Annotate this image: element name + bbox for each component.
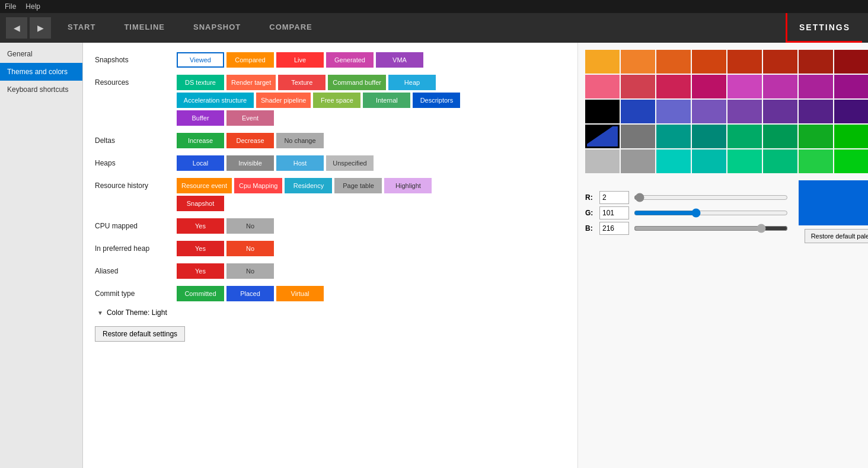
palette-cell-5[interactable]	[763, 50, 797, 74]
palette-cell-32[interactable]	[585, 149, 620, 173]
btn-placed[interactable]: Placed	[226, 286, 274, 301]
btn-descriptors[interactable]: Descriptors	[413, 93, 460, 108]
btn-local[interactable]: Local	[177, 155, 224, 171]
btn-viewed[interactable]: Viewed	[177, 52, 224, 68]
palette-cell-3[interactable]	[692, 50, 726, 74]
r-input[interactable]	[599, 191, 629, 204]
tab-snapshot[interactable]: SNAPSHOT	[179, 13, 255, 43]
btn-compared[interactable]: Compared	[226, 52, 274, 68]
btn-free-space[interactable]: Free space	[313, 93, 360, 108]
btn-snapshot[interactable]: Snapshot	[177, 196, 224, 211]
b-input[interactable]	[599, 222, 629, 235]
menu-help[interactable]: Help	[25, 2, 40, 11]
btn-no-change[interactable]: No change	[276, 133, 324, 148]
palette-cell-18[interactable]	[656, 100, 691, 123]
palette-cell-6[interactable]	[799, 50, 833, 74]
palette-cell-12[interactable]	[727, 75, 762, 98]
btn-host[interactable]: Host	[276, 155, 324, 171]
restore-palette-button[interactable]: Restore default palette	[805, 229, 868, 243]
btn-buffer[interactable]: Buffer	[177, 110, 224, 126]
r-slider[interactable]	[634, 193, 788, 202]
palette-cell-8[interactable]	[585, 75, 620, 98]
btn-generated[interactable]: Generated	[326, 52, 374, 68]
b-slider[interactable]	[634, 224, 788, 233]
btn-committed[interactable]: Committed	[177, 286, 224, 301]
palette-cell-37[interactable]	[763, 149, 797, 173]
btn-vma[interactable]: VMA	[376, 52, 423, 68]
btn-cpu-no[interactable]: No	[226, 218, 274, 234]
palette-cell-1[interactable]	[621, 50, 655, 74]
palette-cell-2[interactable]	[656, 50, 691, 74]
palette-cell-19[interactable]	[692, 100, 726, 123]
palette-cell-28[interactable]	[727, 125, 762, 148]
btn-shader-pipeline[interactable]: Shader pipeline	[256, 93, 311, 108]
btn-invisible[interactable]: Invisible	[226, 155, 274, 171]
btn-aliased-no[interactable]: No	[226, 263, 274, 279]
tab-compare[interactable]: COMPARE	[255, 13, 326, 43]
palette-cell-24[interactable]	[585, 125, 620, 148]
btn-heap-yes[interactable]: Yes	[177, 241, 224, 256]
tab-timeline[interactable]: TIMELINE	[110, 13, 179, 43]
btn-residency[interactable]: Residency	[285, 178, 332, 193]
forward-button[interactable]: ▶	[30, 17, 51, 39]
palette-cell-16[interactable]	[585, 100, 620, 123]
palette-cell-10[interactable]	[656, 75, 691, 98]
palette-cell-33[interactable]	[621, 149, 655, 173]
btn-render-target[interactable]: Render target	[226, 75, 276, 90]
sidebar-item-general[interactable]: General	[0, 45, 82, 63]
btn-heap[interactable]: Heap	[388, 75, 436, 90]
palette-cell-7[interactable]	[834, 50, 868, 74]
palette-cell-17[interactable]	[621, 100, 655, 123]
palette-cell-38[interactable]	[799, 149, 833, 173]
sidebar-item-keyboard[interactable]: Keyboard shortcuts	[0, 81, 82, 98]
palette-cell-11[interactable]	[692, 75, 726, 98]
btn-resource-event[interactable]: Resource event	[177, 178, 232, 193]
palette-cell-39[interactable]	[834, 149, 868, 173]
btn-cpu-mapping[interactable]: Cpu Mapping	[234, 178, 282, 193]
sidebar-item-themes[interactable]: Themes and colors	[0, 63, 82, 81]
palette-cell-9[interactable]	[621, 75, 655, 98]
palette-cell-20[interactable]	[727, 100, 762, 123]
palette-cell-30[interactable]	[799, 125, 833, 148]
g-input[interactable]	[599, 206, 629, 219]
btn-cpu-yes[interactable]: Yes	[177, 218, 224, 234]
btn-heap-no[interactable]: No	[226, 241, 274, 256]
palette-cell-4[interactable]	[727, 50, 762, 74]
btn-command-buffer[interactable]: Command buffer	[328, 75, 386, 90]
palette-cell-31[interactable]	[834, 125, 868, 148]
color-theme-label[interactable]: Color Theme: Light	[107, 308, 167, 317]
btn-page-table[interactable]: Page table	[334, 178, 382, 193]
btn-texture[interactable]: Texture	[278, 75, 326, 90]
palette-cell-15[interactable]	[834, 75, 868, 98]
btn-ds-texture[interactable]: DS texture	[177, 75, 224, 90]
btn-decrease[interactable]: Decrease	[226, 133, 274, 148]
palette-cell-14[interactable]	[799, 75, 833, 98]
palette-cell-36[interactable]	[727, 149, 762, 173]
palette-cell-35[interactable]	[692, 149, 726, 173]
palette-cell-22[interactable]	[799, 100, 833, 123]
tab-start[interactable]: START	[53, 13, 110, 43]
btn-increase[interactable]: Increase	[177, 133, 224, 148]
palette-cell-21[interactable]	[763, 100, 797, 123]
palette-cell-27[interactable]	[692, 125, 726, 148]
palette-cell-25[interactable]	[621, 125, 655, 148]
btn-live[interactable]: Live	[276, 52, 324, 68]
palette-cell-34[interactable]	[656, 149, 691, 173]
menu-file[interactable]: File	[5, 2, 16, 11]
palette-cell-13[interactable]	[763, 75, 797, 98]
btn-unspecified[interactable]: Unspecified	[326, 155, 374, 171]
btn-internal[interactable]: Internal	[363, 93, 410, 108]
palette-cell-26[interactable]	[656, 125, 691, 148]
btn-accel-struct[interactable]: Acceleration structure	[177, 93, 254, 108]
btn-highlight[interactable]: Highlight	[384, 178, 432, 193]
btn-aliased-yes[interactable]: Yes	[177, 263, 224, 279]
g-slider[interactable]	[634, 208, 788, 218]
btn-event[interactable]: Event	[226, 110, 274, 126]
back-button[interactable]: ◀	[6, 17, 27, 39]
restore-settings-button[interactable]: Restore default settings	[95, 326, 185, 342]
palette-cell-23[interactable]	[834, 100, 868, 123]
palette-cell-0[interactable]	[585, 50, 620, 74]
snapshots-label: Snapshots	[95, 52, 172, 64]
palette-cell-29[interactable]	[763, 125, 797, 148]
btn-virtual[interactable]: Virtual	[276, 286, 324, 301]
